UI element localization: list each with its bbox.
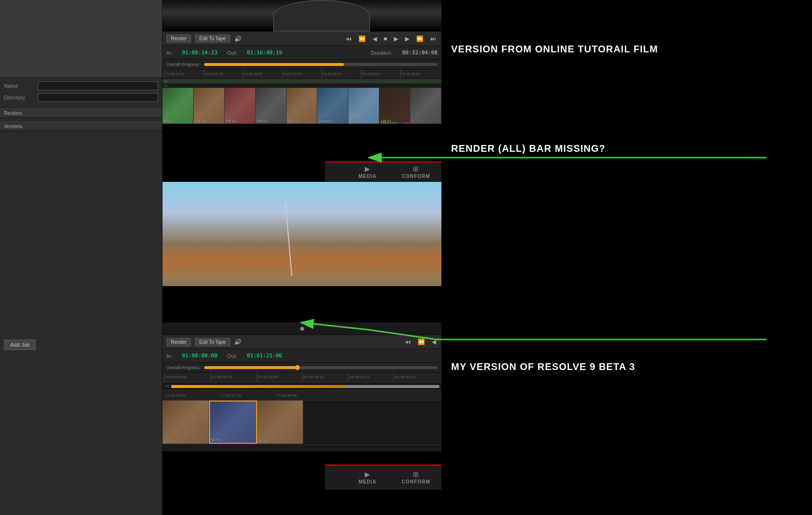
left-top-area	[0, 0, 162, 78]
media-label-bottom: MEDIA	[358, 479, 376, 484]
top-progress-track	[204, 63, 438, 66]
left-fields: Name Directory	[0, 78, 162, 109]
render-button-top[interactable]: Render	[166, 34, 191, 43]
bottom-timeline-ruler: 01:00:00:00 01:00:06:04 01:00:12:09 01:0…	[162, 372, 441, 382]
bottom-clip-03-bg	[257, 401, 303, 444]
bottom-thumbnail-strip: 01 V1 02 V1 03 V1	[162, 401, 441, 444]
bottom-video-section: Render Edit To Tape 🔊 ⏮ ⏪ ◀ In: 01:00:00…	[162, 182, 441, 490]
bottom-scrollbar[interactable]	[162, 444, 441, 451]
name-field-row: Name	[4, 81, 158, 90]
bottom-ruler-0: 01:00:00:00	[164, 372, 211, 382]
bottom-ruler-3: 01:00:18:13	[302, 372, 348, 382]
bottom-clip-03[interactable]: 03 V1	[257, 401, 304, 444]
bottom-track-fill	[171, 385, 346, 388]
duration-label-top: Duration:	[371, 50, 393, 56]
bottom-video-preview	[162, 182, 441, 286]
clip-136-bg	[256, 88, 286, 124]
ruler-mark-0: 01:00:14:23	[164, 69, 204, 79]
bottom-progress-marker	[295, 365, 300, 370]
bottom-ruler-1: 01:00:06:04	[211, 372, 257, 382]
bottom-scrubber	[162, 322, 441, 335]
bottom-source-timecodes: 17:02:59:04 17:05:27:20 17:35:30:08	[162, 391, 441, 401]
conform-icon-bottom: ⊞	[413, 470, 419, 478]
out-label-top: Out:	[227, 50, 237, 56]
volume-icon-bottom: 🔊	[234, 338, 242, 345]
tab-media-top[interactable]: ▶ MEDIA	[343, 162, 392, 182]
duration-value-top: 00:32:04:08	[402, 49, 438, 56]
clip-135[interactable]: 135 V1	[225, 88, 256, 124]
top-timeline-ruler: 01:00:14:23 01:02:47:15 01:05:20:07 01:0…	[162, 69, 441, 79]
bottom-ruler-4: 01:00:24:17	[348, 372, 394, 382]
transport-to-start[interactable]: ⏮	[344, 35, 353, 42]
render-button-bottom[interactable]: Render	[166, 338, 191, 346]
clip-134[interactable]: 134 V1	[194, 88, 225, 124]
edit-to-tape-button-bottom[interactable]: Edit To Tape	[195, 338, 230, 346]
transport-rewind[interactable]: ⏪	[357, 35, 367, 42]
scrubber-dot	[300, 327, 304, 331]
clip-133[interactable]: 133 V1	[162, 88, 194, 124]
clip-137-label: 137 V1	[288, 119, 298, 123]
transport-play[interactable]: ▶	[392, 35, 400, 42]
bottom-ruler-5: 01:00:30:22	[394, 372, 440, 382]
directory-label: Directory	[4, 95, 38, 100]
top-progress-fill	[204, 63, 344, 66]
clip-137[interactable]: 137 V1	[287, 88, 318, 124]
transport-next-frame[interactable]: ▶	[404, 35, 411, 42]
tc-17-02: 17:02:59:04	[164, 393, 220, 398]
top-overall-progress: Overall Progress:	[162, 60, 441, 69]
tab-conform-top[interactable]: ⊞ CONFORM	[392, 162, 440, 182]
top-video-preview	[162, 0, 441, 32]
tab-conform-bottom[interactable]: ⊞ CONFORM	[392, 467, 440, 488]
reed-grass	[162, 244, 441, 286]
directory-field-row: Directory	[4, 93, 158, 102]
out-value-bottom: 01:01:21:06	[247, 353, 282, 359]
in-label-top: In:	[166, 50, 172, 56]
bottom-progress-fill	[204, 366, 298, 369]
clip-139[interactable]: 139 V1	[379, 88, 410, 124]
clip-138-label: 138 V2	[349, 119, 360, 123]
transport-to-end[interactable]: ⏭	[429, 35, 438, 42]
ruler-mark-6: 01:15:30:23	[400, 69, 439, 79]
transport-stop[interactable]: ■	[382, 35, 389, 42]
bottom-v1-track: V1	[162, 382, 441, 391]
tc-17-35: 17:35:30:08	[275, 393, 330, 398]
ruler-mark-2: 01:05:20:07	[243, 69, 282, 79]
versions-list	[0, 131, 162, 135]
clip-134-label: 134 V1	[195, 119, 205, 123]
ruler-mark-5: 01:12:58:07	[361, 69, 400, 79]
bottom-ruler-2: 01:00:12:09	[256, 372, 302, 382]
bottom-transport-rewind[interactable]: ⏪	[416, 338, 426, 345]
bottom-clip-02[interactable]: 02 V1	[209, 401, 257, 444]
edit-to-tape-button-top[interactable]: Edit To Tape	[195, 34, 230, 43]
in-value-bottom: 01:00:00:00	[182, 353, 217, 359]
clip-extra[interactable]	[410, 88, 441, 124]
transport-forward[interactable]: ⏩	[415, 35, 425, 42]
clip-136-label: 136 V1	[257, 119, 267, 123]
clip-136[interactable]: 136 V1	[256, 88, 287, 124]
top-controls-bar: Render Edit To Tape 🔊 ⏮ ⏪ ◀ ■ ▶ ▶ ⏩ ⏭	[162, 32, 441, 46]
versions-section-header: Versions	[0, 122, 162, 131]
bottom-clip-01[interactable]: 01 V1	[162, 401, 209, 444]
bottom-transport-to-start[interactable]: ⏮	[404, 338, 412, 345]
bottom-transport-prev[interactable]: ◀	[430, 338, 438, 345]
directory-input[interactable]	[38, 93, 158, 102]
bottom-clip-02-label: 02 V1	[211, 437, 221, 442]
bottom-clip-01-label: 01 V1	[163, 438, 174, 443]
preview-image	[162, 182, 441, 286]
clip-extra-bg	[410, 88, 441, 124]
bottom-v1-label: V1	[164, 384, 169, 388]
left-panel: Name Directory Renders Versions Add Job	[0, 0, 162, 515]
transport-prev-frame[interactable]: ◀	[371, 35, 378, 42]
clip-138[interactable]: 138 V2	[348, 88, 379, 124]
ruler-mark-4: 01:10:25:15	[322, 69, 361, 79]
add-job-button[interactable]: Add Job	[4, 339, 36, 350]
top-track-lanes: V2 V1	[162, 79, 441, 88]
clip-version2-bg	[317, 88, 348, 124]
clip-version2[interactable]: Version 2	[317, 88, 348, 124]
clip-version2-label: Version 2	[318, 119, 332, 123]
tab-media-bottom[interactable]: ▶ MEDIA	[343, 467, 392, 488]
media-icon-bottom: ▶	[365, 470, 371, 478]
bottom-timecode-bar: In: 01:00:00:00 Out: 01:01:21:06	[162, 349, 441, 363]
out-value-top: 01:16:48:19	[247, 49, 282, 56]
name-input[interactable]	[38, 81, 158, 90]
